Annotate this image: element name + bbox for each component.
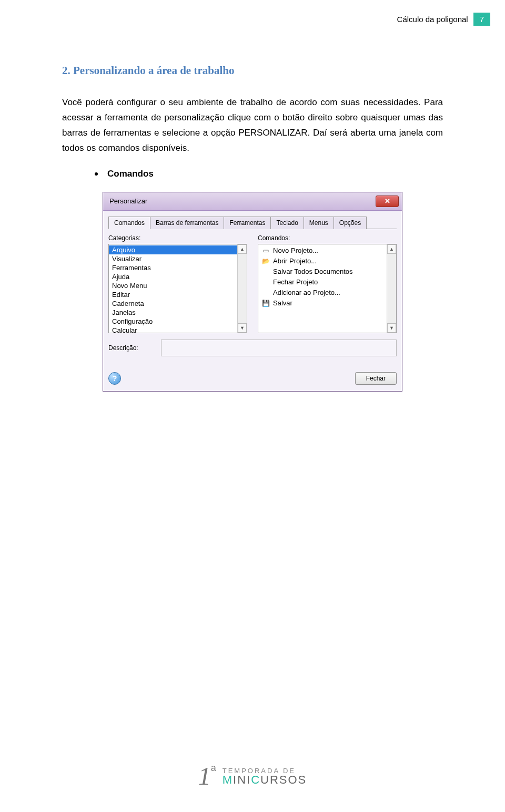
description-label: Descrição: bbox=[108, 344, 150, 352]
list-item[interactable]: Ferramentas bbox=[109, 263, 237, 272]
bullet-item: Comandos bbox=[95, 169, 443, 179]
close-icon: ✕ bbox=[385, 197, 390, 205]
categories-list: Arquivo Visualizar Ferramentas Ajuda Nov… bbox=[109, 244, 237, 333]
commands-label: Comandos: bbox=[258, 234, 397, 242]
bullet-label: Comandos bbox=[107, 169, 154, 179]
dialog-titlebar: Personalizar ✕ bbox=[103, 192, 402, 211]
categories-column: Categorias: Arquivo Visualizar Ferrament… bbox=[108, 234, 247, 333]
doc-title: Cálculo da poligonal bbox=[397, 15, 468, 24]
scroll-track[interactable] bbox=[238, 254, 247, 323]
list-item[interactable]: Arquivo bbox=[109, 245, 237, 254]
scroll-up-icon[interactable]: ▲ bbox=[387, 244, 396, 254]
list-item[interactable]: Adicionar ao Projeto... bbox=[258, 287, 387, 298]
command-label: Adicionar ao Projeto... bbox=[273, 289, 340, 296]
fechar-button[interactable]: Fechar bbox=[355, 372, 397, 385]
command-label: Novo Projeto... bbox=[273, 246, 318, 254]
tab-opcoes[interactable]: Opções bbox=[334, 217, 367, 229]
scroll-track[interactable] bbox=[387, 254, 396, 323]
brand-line2: MINICURSOS bbox=[223, 774, 307, 786]
dialog-close-button[interactable]: ✕ bbox=[376, 196, 399, 207]
page-header: Cálculo da poligonal 7 bbox=[397, 13, 490, 26]
blank-icon bbox=[261, 268, 270, 276]
tabstrip: Comandos Barras de ferramentas Ferrament… bbox=[108, 216, 397, 229]
tab-menus[interactable]: Menus bbox=[304, 217, 334, 229]
list-item[interactable]: Fechar Projeto bbox=[258, 277, 387, 287]
tab-ferramentas[interactable]: Ferramentas bbox=[224, 217, 271, 229]
columns: Categorias: Arquivo Visualizar Ferrament… bbox=[108, 234, 397, 333]
list-item[interactable]: Salvar Todos Documentos bbox=[258, 266, 387, 277]
commands-list: ▭ Novo Projeto... 📂 Abrir Projeto... Sal… bbox=[258, 244, 387, 333]
tab-barras[interactable]: Barras de ferramentas bbox=[150, 217, 224, 229]
dialog-footer: ? Fechar bbox=[108, 366, 397, 385]
list-item[interactable]: Novo Menu bbox=[109, 281, 237, 290]
content-area: 2. Personalizando a área de trabalho Voc… bbox=[62, 64, 443, 392]
bullet-dot-icon bbox=[95, 172, 98, 176]
dialog-body: Comandos Barras de ferramentas Ferrament… bbox=[103, 211, 402, 391]
section-heading: 2. Personalizando a área de trabalho bbox=[62, 64, 443, 77]
tab-comandos[interactable]: Comandos bbox=[108, 217, 150, 229]
list-item[interactable]: ▭ Novo Projeto... bbox=[258, 245, 387, 256]
tab-teclado[interactable]: Teclado bbox=[270, 217, 304, 229]
command-label: Salvar Todos Documentos bbox=[273, 268, 353, 275]
command-label: Fechar Projeto bbox=[273, 278, 318, 286]
categories-label: Categorias: bbox=[108, 234, 247, 242]
footer-brand: 1 a TEMPORADA DE MINICURSOS bbox=[198, 764, 307, 789]
commands-scrollbar[interactable]: ▲ ▼ bbox=[387, 244, 396, 333]
dialog-title: Personalizar bbox=[109, 197, 147, 205]
commands-listbox[interactable]: ▭ Novo Projeto... 📂 Abrir Projeto... Sal… bbox=[258, 244, 397, 333]
new-file-icon: ▭ bbox=[261, 246, 270, 255]
list-item[interactable]: Editar bbox=[109, 290, 237, 299]
list-item[interactable]: 💾 Salvar bbox=[258, 298, 387, 309]
section-paragraph: Você poderá configurar o seu ambiente de… bbox=[62, 95, 443, 156]
commands-column: Comandos: ▭ Novo Projeto... 📂 Abrir Proj… bbox=[258, 234, 397, 333]
categories-listbox[interactable]: Arquivo Visualizar Ferramentas Ajuda Nov… bbox=[108, 244, 247, 333]
list-item[interactable]: Visualizar bbox=[109, 254, 237, 263]
scroll-up-icon[interactable]: ▲ bbox=[238, 244, 247, 254]
command-label: Abrir Projeto... bbox=[273, 257, 317, 265]
blank-icon bbox=[261, 278, 270, 286]
scroll-down-icon[interactable]: ▼ bbox=[387, 323, 396, 333]
help-icon[interactable]: ? bbox=[108, 372, 121, 385]
list-item[interactable]: 📂 Abrir Projeto... bbox=[258, 256, 387, 266]
description-row: Descrição: bbox=[108, 340, 397, 356]
command-label: Salvar bbox=[273, 299, 292, 307]
open-folder-icon: 📂 bbox=[261, 257, 270, 265]
list-item[interactable]: Janelas bbox=[109, 308, 237, 317]
page-number: 7 bbox=[473, 13, 490, 26]
categories-scrollbar[interactable]: ▲ ▼ bbox=[237, 244, 247, 333]
personalizar-dialog: Personalizar ✕ Comandos Barras de ferram… bbox=[103, 192, 402, 392]
list-item[interactable]: Configuração bbox=[109, 317, 237, 326]
list-item[interactable]: Caderneta bbox=[109, 299, 237, 308]
list-item[interactable]: Calcular bbox=[109, 326, 237, 333]
blank-icon bbox=[261, 289, 270, 297]
brand-text: TEMPORADA DE MINICURSOS bbox=[223, 767, 307, 786]
scroll-down-icon[interactable]: ▼ bbox=[238, 323, 247, 333]
brand-number: 1 bbox=[198, 764, 211, 789]
description-box bbox=[161, 340, 397, 356]
brand-ordinal: a bbox=[211, 763, 216, 774]
save-icon: 💾 bbox=[261, 299, 270, 307]
list-item[interactable]: Ajuda bbox=[109, 272, 237, 281]
